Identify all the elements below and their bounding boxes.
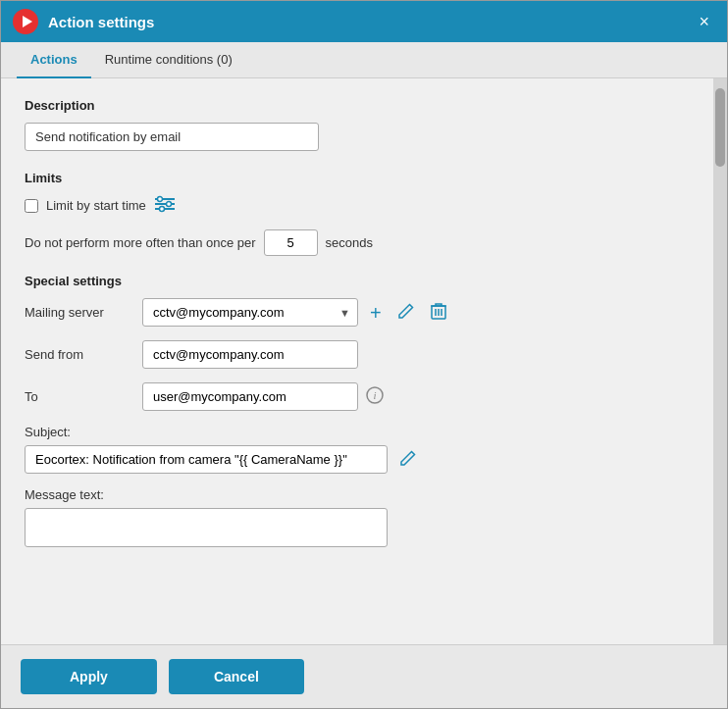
mailing-server-select-wrapper: cctv@mycompany.com ▼ [142,298,358,327]
special-settings-section: Special settings Mailing server cctv@myc… [25,274,690,547]
limits-label: Limits [25,171,690,185]
tab-actions[interactable]: Actions [17,42,91,78]
send-from-row: Send from [25,340,690,369]
once-per-suffix: seconds [326,235,373,250]
once-per-row: Do not perform more often than once per … [25,229,690,256]
filter-icon[interactable] [154,195,176,216]
mailing-server-row: Mailing server cctv@mycompany.com ▼ + [25,298,690,327]
dialog-title: Action settings [48,14,693,30]
limits-section: Limits Limit by start time [25,171,690,256]
once-per-prefix: Do not perform more often than once per [25,235,256,250]
cancel-button[interactable]: Cancel [169,659,304,694]
send-from-label: Send from [25,347,132,362]
limit-start-time-label: Limit by start time [46,198,146,213]
app-icon [13,9,38,34]
mailing-server-label: Mailing server [25,305,132,320]
svg-text:i: i [373,389,376,401]
add-mailing-server-button[interactable]: + [366,299,386,327]
send-from-control [142,340,690,369]
svg-point-7 [159,207,164,212]
mailing-server-control: cctv@mycompany.com ▼ + [142,298,690,327]
content-area: Description Limits Limit by start time [1,78,727,644]
special-settings-label: Special settings [25,274,690,288]
description-input[interactable] [25,123,319,151]
delete-mailing-server-button[interactable] [427,298,450,327]
description-label: Description [25,98,690,113]
once-per-input[interactable] [264,229,318,256]
to-control: i [142,382,690,411]
titlebar: Action settings × [1,1,727,42]
message-textarea[interactable] [25,508,388,547]
to-label: To [25,389,132,404]
subject-block: Subject: [25,425,690,474]
tabs-bar: Actions Runtime conditions (0) [1,42,727,78]
scrollbar-thumb[interactable] [715,88,725,167]
footer: Apply Cancel [1,644,727,708]
subject-label: Subject: [25,425,690,439]
to-row: To i [25,382,690,411]
dialog: Action settings × Actions Runtime condit… [0,0,728,709]
apply-button[interactable]: Apply [21,659,157,694]
scrollbar-track [713,78,727,644]
subject-input[interactable] [25,445,388,474]
edit-mailing-server-button[interactable] [393,298,419,327]
tab-runtime[interactable]: Runtime conditions (0) [91,42,246,78]
description-section: Description [25,98,690,151]
edit-subject-button[interactable] [395,445,421,474]
close-button[interactable]: × [693,9,715,34]
send-from-input[interactable] [142,340,358,369]
to-input[interactable] [142,382,358,411]
info-icon[interactable]: i [366,386,384,408]
mailing-server-select[interactable]: cctv@mycompany.com [142,298,358,327]
message-label: Message text: [25,487,690,502]
limit-start-time-checkbox[interactable] [25,199,38,213]
message-block: Message text: [25,487,690,547]
main-panel: Description Limits Limit by start time [1,78,713,644]
limit-start-time-row: Limit by start time [25,195,690,216]
svg-point-5 [157,197,162,202]
subject-row [25,445,690,474]
svg-point-6 [166,202,171,207]
